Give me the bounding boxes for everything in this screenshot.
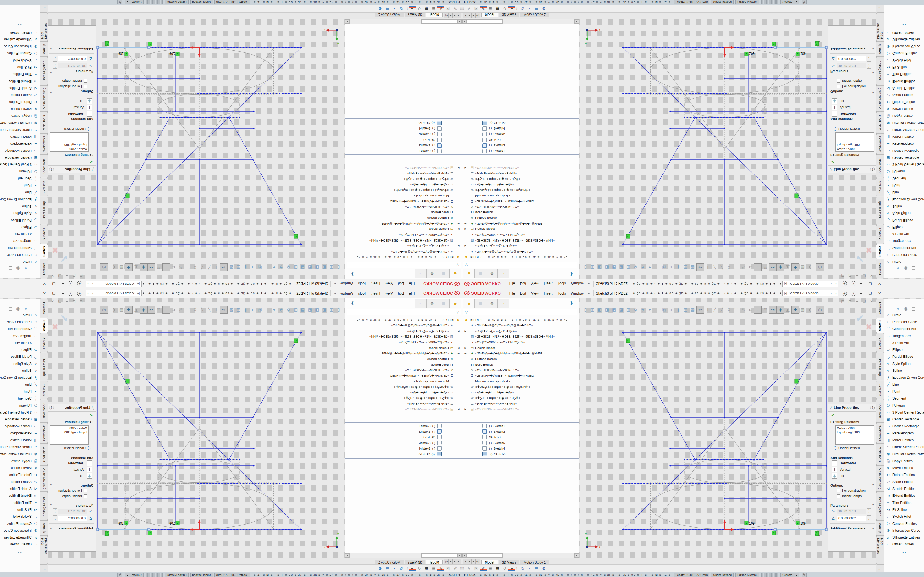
pin-icon[interactable]: ➢	[587, 291, 590, 295]
checkbox[interactable]	[84, 494, 87, 498]
scroll-left-arrow[interactable]: ◂	[457, 553, 462, 558]
tree-row[interactable]: ▶A○25ИΝ◎∘✚∀✚◎ИΝ∀○∘○∀ΝИ◎✚∀✚∘◎ΝИ52○	[462, 351, 579, 356]
tree-row-part-root[interactable]: ◆TЯPDL2.◉ ƷE ◉ Ш ◉ ∘ ◉ ✚ ◉ ƆC ◉ ƷE ◉ ∙ ◉…	[462, 317, 579, 322]
dim-30-icon[interactable]: ³⁰	[155, 264, 162, 271]
tree-row-part-root[interactable]: ◆TЯPDL2.◉ ƷE ◉ Ш ◉ ∘ ◉ ✚ ◉ ƆC ◉ ƷE ◉ ∙ ◉…	[462, 255, 579, 260]
print3d-icon[interactable]: ⎙	[100, 263, 108, 271]
tab-mold-tools[interactable]: Mold Tools	[876, 443, 884, 465]
prism-2-icon[interactable]: ⬘	[639, 306, 646, 313]
checkbox[interactable]	[837, 85, 840, 89]
tool-convert-entities[interactable]: ⎔Convert Entities	[884, 520, 924, 527]
scroll-thumb[interactable]	[467, 19, 503, 24]
undo-icon[interactable]: ↩	[220, 263, 228, 271]
menu-view[interactable]: View	[528, 281, 541, 287]
tree-row[interactable]: ⊥○ИΝ∘Ԁ∘✵◎○∘○◎✵∘Ԁ∘ΝИ○	[462, 171, 579, 176]
hatch-icon[interactable]: ▦	[494, 6, 501, 11]
tool-style-spline[interactable]: ∿Style Spline	[0, 360, 40, 367]
folder-check-blue-icon[interactable]: ▤	[533, 566, 540, 571]
document-window-controls[interactable]: ◫◫–❐✕	[49, 274, 85, 277]
doc-minimize-icon[interactable]: –	[854, 274, 861, 277]
sk-line1-icon[interactable]: ╱	[206, 264, 213, 271]
tool-perimeter-circle[interactable]: ◌Perimeter Circle	[884, 318, 924, 325]
confirm-cancel-ghost-icon[interactable]: ✖	[52, 322, 58, 332]
plane-eye-icon[interactable]: ◭	[784, 264, 792, 271]
doc-restore-icon[interactable]: ❐	[861, 300, 868, 303]
prism-1-icon[interactable]: ⬙	[632, 306, 639, 313]
relation-item[interactable]: Collinear108	[52, 147, 87, 151]
menu-edit[interactable]: Edit	[517, 290, 528, 296]
tool-three-point-center-rect[interactable]: ▱3 Point Center Recta...	[0, 409, 40, 416]
length-field[interactable]: 10.88152731	[58, 63, 87, 69]
close-button[interactable]: ✕	[875, 282, 884, 286]
zebra-icon[interactable]: ▨	[228, 306, 235, 313]
grid-eye-icon[interactable]: ▦	[799, 306, 806, 313]
tree-row[interactable]: ☰Material < not specified >	[345, 378, 462, 384]
menu-edit[interactable]: Edit	[396, 281, 407, 287]
tree-row[interactable]: ▱○✚ИΝ◎✵+○⋇◉I○∘○I◉⋇○+✵◎ΝИ✚○	[462, 384, 579, 390]
menu-edit[interactable]: Edit	[396, 290, 407, 296]
spline-eye-icon[interactable]: ↝	[769, 306, 777, 314]
balloon-icon[interactable]: ❮	[111, 306, 118, 313]
add-relation-fix-anchor[interactable]: ⚓Fix	[832, 98, 874, 105]
confirm-cancel-ghost-icon[interactable]: ✖	[866, 322, 872, 332]
nav-prev-icon[interactable]: ◀	[453, 559, 457, 564]
tab-direct-editing[interactable]: Direct Editing	[40, 197, 48, 224]
tool-mirror-entities[interactable]: ◫Mirror Entities	[884, 133, 924, 140]
tree-splitter[interactable]	[462, 154, 579, 155]
tool-offset-entities[interactable]: ⊂Offset Entities	[884, 541, 924, 548]
tool-three-point-center-rect[interactable]: ▱3 Point Center Recta...	[884, 409, 924, 416]
tab-3d-views[interactable]: 3D Views	[404, 12, 425, 17]
confirm-cancel-ghost-icon[interactable]: ✖	[52, 245, 58, 255]
nav-first-icon[interactable]: ❘◀	[457, 559, 462, 564]
folder-check-blue-icon[interactable]: ▤	[384, 566, 391, 571]
spline-eye-icon[interactable]: ↝	[147, 306, 155, 314]
tool-scale-entities[interactable]: ⤢Scale Entities	[884, 479, 924, 485]
cube-2-icon[interactable]: ◧	[596, 306, 603, 313]
tree-row[interactable]: ⊥○ИΝ∘Ԁ∘✵◎○∘○◎✵∘Ԁ∘ΝИ○	[345, 171, 462, 176]
prism-1-icon[interactable]: ⬙	[285, 306, 292, 313]
nav-last-icon[interactable]: ▶❘	[476, 13, 480, 18]
add-relations-header[interactable]: Add Relations⌃	[50, 456, 94, 460]
pages-gray-icon[interactable]: ⎘	[444, 6, 452, 11]
cube-2-icon[interactable]: ◧	[596, 264, 603, 271]
tool-stretch-entities[interactable]: ⇲Stretch Entities	[884, 485, 924, 492]
balloon-icon[interactable]: ❮	[806, 306, 813, 313]
cube-gray-icon[interactable]: ▢	[910, 266, 918, 271]
option-for-construction[interactable]: For construction	[50, 487, 87, 493]
tool-equation-curve[interactable]: ƒEquation Driven Curve	[884, 374, 924, 381]
tool-convert-entities[interactable]: ⎔Convert Entities	[884, 50, 924, 57]
tree-row[interactable]: ▱○✚ƷԀ∘∙○⋇◉I○∘○I◉⋇○∙∘ԀƷ✚○	[345, 395, 462, 401]
add-relation-horizontal[interactable]: —Horizontal	[832, 111, 874, 117]
close-button[interactable]: ✕	[40, 291, 49, 295]
gear-blue-icon[interactable]: ⚙	[540, 566, 547, 571]
tab-evaluate[interactable]: Evaluate	[876, 381, 884, 399]
zoom-gear-blue-icon[interactable]: ◎	[519, 566, 526, 571]
search-icon[interactable]: ⌕	[829, 291, 834, 295]
cube-4-icon[interactable]: ◩	[306, 306, 313, 313]
additional-parameters-header[interactable]: Additional Parameters⌄	[50, 47, 94, 50]
hatch-icon[interactable]: ▦	[423, 6, 430, 11]
tree-row-sketch2[interactable]: (-)Sketch2	[462, 429, 579, 435]
tree-splitter[interactable]	[345, 154, 462, 155]
menu-tools[interactable]: Tools	[555, 290, 568, 296]
featuremanager-tab[interactable]: ◆	[463, 269, 475, 278]
status-note-icon[interactable]: ✎	[118, 0, 123, 5]
angle-spinner[interactable]: ▲▼	[867, 56, 871, 62]
tree-row-sketch5[interactable]: (-)Sketch5	[345, 440, 462, 446]
menu-window[interactable]: Window	[569, 290, 586, 296]
tab-data-migration[interactable]: Data Migration	[40, 492, 48, 520]
cube-5-icon[interactable]: ◪	[618, 306, 625, 313]
sphere-blue-icon[interactable]: ●	[22, 266, 30, 271]
clipboard-icon[interactable]: ⎘	[256, 306, 263, 313]
pin-icon[interactable]: ➢	[334, 282, 337, 286]
tool-move-entities[interactable]: ✥Move Entities	[0, 105, 40, 112]
angle-spinner[interactable]: ▲▼	[53, 56, 57, 62]
tool-fit-spline[interactable]: ↝Fit Spline	[0, 506, 40, 513]
tree-row[interactable]: ▶▣○253ƐИΝ∀∩∙○∘○∙∩∀ΝИƐ352○	[462, 406, 579, 412]
tree-row-sketch1[interactable]: (-)Sketch1	[345, 148, 462, 154]
additional-parameters-header[interactable]: Additional Parameters⌄	[830, 527, 874, 530]
nav-next-icon[interactable]: ▶	[448, 559, 453, 564]
panel-expand-arrow[interactable]: ❯	[570, 272, 573, 276]
tree-row[interactable]: Σ○25ИΝ◎∘✚∀∩ʜ3Ɛ○∘○Ɛ3ʜ∩∀✚∘◎ΝИ52○	[462, 199, 579, 204]
tab-sheet-metal[interactable]: Sheet Metal	[876, 155, 884, 177]
